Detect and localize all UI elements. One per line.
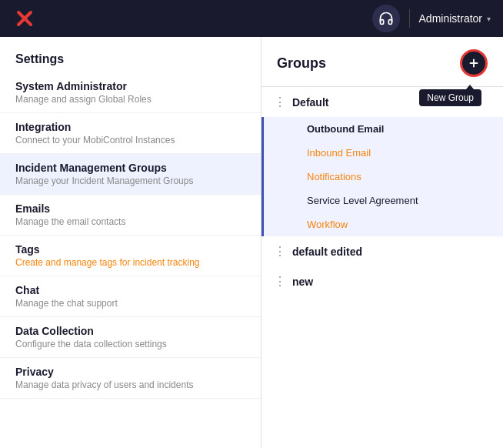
user-label: Administrator xyxy=(419,12,482,25)
sidebar-title: Settings xyxy=(0,43,261,72)
right-panel: Groups New Group ⋮DefaultOutbound EmailI… xyxy=(261,37,503,448)
sidebar-item-desc-emails: Manage the email contacts xyxy=(15,216,245,227)
groups-title: Groups xyxy=(277,55,326,72)
group-entry-default: ⋮DefaultOutbound EmailInbound EmailNotif… xyxy=(261,87,503,236)
sidebar-item-desc-data-collection: Configure the data collection settings xyxy=(15,339,245,349)
group-sub-item-outbound-email[interactable]: Outbound Email xyxy=(295,117,503,141)
group-entry-default-edited: ⋮default edited xyxy=(261,236,503,266)
sidebar-item-privacy[interactable]: PrivacyManage data privacy of users and … xyxy=(0,358,261,399)
sidebar-item-title-chat: Chat xyxy=(15,284,245,296)
new-group-button[interactable] xyxy=(460,49,488,77)
sidebar-item-incident-management-groups[interactable]: Incident Management GroupsManage your In… xyxy=(0,154,261,195)
sidebar-item-title-system-admin: System Administrator xyxy=(15,80,245,92)
sidebar-item-chat[interactable]: ChatManage the chat support xyxy=(0,276,261,317)
group-sub-item-inbound-email[interactable]: Inbound Email xyxy=(295,141,503,165)
user-menu[interactable]: Administrator ▾ xyxy=(419,12,491,25)
group-name-new: new xyxy=(292,276,313,288)
group-sub-item-workflow[interactable]: Workflow xyxy=(295,212,503,236)
logo-area xyxy=(12,6,37,31)
sidebar-item-system-admin[interactable]: System AdministratorManage and assign Gl… xyxy=(0,72,261,113)
right-header: Groups New Group xyxy=(261,37,503,87)
topbar: Administrator ▾ xyxy=(0,0,503,37)
group-name-default-edited: default edited xyxy=(292,246,362,258)
group-sub-item-notifications[interactable]: Notifications xyxy=(295,165,503,189)
sidebar-item-desc-integration: Connect to your MobiControl Instances xyxy=(15,135,245,145)
new-group-tooltip: New Group xyxy=(419,89,481,106)
sidebar-item-title-privacy: Privacy xyxy=(15,366,245,378)
group-header-new[interactable]: ⋮new xyxy=(261,266,503,296)
support-button[interactable] xyxy=(372,5,400,32)
sidebar-item-title-integration: Integration xyxy=(15,121,245,133)
group-sub-items-default: Outbound EmailInbound EmailNotifications… xyxy=(261,117,503,236)
groups-list: ⋮DefaultOutbound EmailInbound EmailNotif… xyxy=(261,87,503,448)
group-header-default-edited[interactable]: ⋮default edited xyxy=(261,236,503,266)
sidebar-item-title-emails: Emails xyxy=(15,202,245,215)
group-sub-item-service-level-agreement[interactable]: Service Level Agreement xyxy=(295,189,503,212)
sidebar-item-tags[interactable]: TagsCreate and manage tags for incident … xyxy=(0,236,261,276)
dots-icon-default[interactable]: ⋮ xyxy=(274,95,286,109)
group-name-default: Default xyxy=(292,96,328,109)
sidebar-item-desc-privacy: Manage data privacy of users and inciden… xyxy=(15,379,245,390)
sidebar-item-title-tags: Tags xyxy=(15,243,245,256)
chevron-down-icon: ▾ xyxy=(487,15,491,23)
sidebar-item-title-incident-management-groups: Incident Management Groups xyxy=(15,162,245,174)
sidebar-item-title-data-collection: Data Collection xyxy=(15,325,245,337)
sidebar-item-desc-tags: Create and manage tags for incident trac… xyxy=(15,257,245,268)
topbar-divider xyxy=(409,9,410,28)
sidebar-item-desc-incident-management-groups: Manage your Incident Management Groups xyxy=(15,176,245,186)
dots-icon-new[interactable]: ⋮ xyxy=(274,274,286,289)
sidebar-item-desc-chat: Manage the chat support xyxy=(15,298,245,309)
sidebar-item-integration[interactable]: IntegrationConnect to your MobiControl I… xyxy=(0,113,261,154)
sidebar-item-desc-system-admin: Manage and assign Global Roles xyxy=(15,94,245,105)
main-layout: Settings System AdministratorManage and … xyxy=(0,37,503,448)
sidebar-items: System AdministratorManage and assign Gl… xyxy=(0,72,261,399)
group-entry-new: ⋮new xyxy=(261,266,503,296)
dots-icon-default-edited[interactable]: ⋮ xyxy=(274,244,286,259)
sidebar-item-emails[interactable]: EmailsManage the email contacts xyxy=(0,195,261,236)
sidebar: Settings System AdministratorManage and … xyxy=(0,37,261,448)
sidebar-item-data-collection[interactable]: Data CollectionConfigure the data collec… xyxy=(0,317,261,358)
